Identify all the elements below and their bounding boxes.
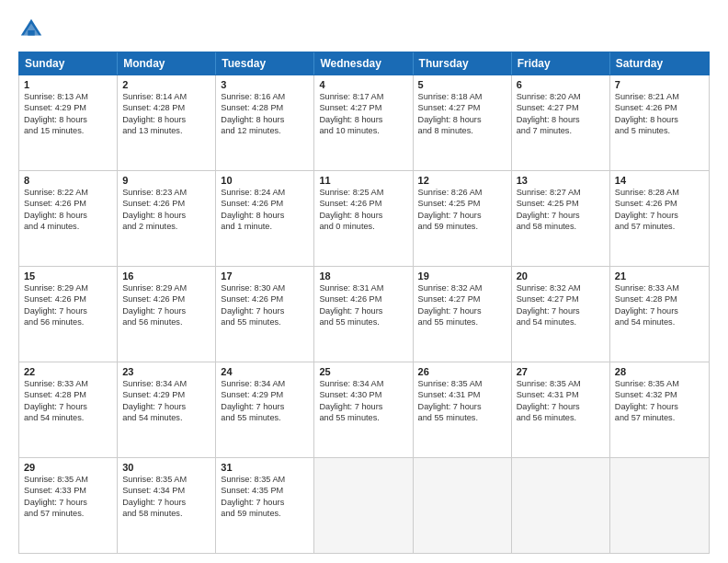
cal-cell: 10Sunrise: 8:24 AMSunset: 4:26 PMDayligh… xyxy=(216,171,314,266)
cell-info: Sunrise: 8:31 AMSunset: 4:26 PMDaylight:… xyxy=(319,282,407,328)
cell-info: Sunrise: 8:13 AMSunset: 4:29 PMDaylight:… xyxy=(24,91,112,137)
cell-info: Sunrise: 8:21 AMSunset: 4:26 PMDaylight:… xyxy=(615,91,704,137)
cal-cell: 14Sunrise: 8:28 AMSunset: 4:26 PMDayligh… xyxy=(610,171,709,266)
cell-info: Sunrise: 8:20 AMSunset: 4:27 PMDaylight:… xyxy=(517,91,605,137)
week-row-4: 22Sunrise: 8:33 AMSunset: 4:28 PMDayligh… xyxy=(19,362,709,458)
cal-cell xyxy=(512,458,610,553)
header-day-friday: Friday xyxy=(512,52,610,75)
cell-info: Sunrise: 8:34 AMSunset: 4:30 PMDaylight:… xyxy=(319,378,407,424)
cell-info: Sunrise: 8:23 AMSunset: 4:26 PMDaylight:… xyxy=(122,187,210,233)
cell-info: Sunrise: 8:14 AMSunset: 4:28 PMDaylight:… xyxy=(122,91,210,137)
cal-cell xyxy=(314,458,413,553)
cal-cell: 13Sunrise: 8:27 AMSunset: 4:25 PMDayligh… xyxy=(512,171,610,266)
cell-info: Sunrise: 8:32 AMSunset: 4:27 PMDaylight:… xyxy=(418,282,506,328)
logo xyxy=(18,17,48,42)
svg-rect-2 xyxy=(28,30,34,36)
day-number: 5 xyxy=(418,79,506,90)
cal-cell: 21Sunrise: 8:33 AMSunset: 4:28 PMDayligh… xyxy=(610,267,709,362)
cell-info: Sunrise: 8:33 AMSunset: 4:28 PMDaylight:… xyxy=(615,282,704,328)
day-number: 24 xyxy=(221,366,309,377)
cell-info: Sunrise: 8:33 AMSunset: 4:28 PMDaylight:… xyxy=(24,378,112,424)
cal-cell: 2Sunrise: 8:14 AMSunset: 4:28 PMDaylight… xyxy=(118,75,216,170)
week-row-1: 1Sunrise: 8:13 AMSunset: 4:29 PMDaylight… xyxy=(19,75,709,171)
cell-info: Sunrise: 8:27 AMSunset: 4:25 PMDaylight:… xyxy=(517,187,605,233)
page: SundayMondayTuesdayWednesdayThursdayFrid… xyxy=(0,0,728,563)
cal-cell: 12Sunrise: 8:26 AMSunset: 4:25 PMDayligh… xyxy=(414,171,512,266)
header-day-wednesday: Wednesday xyxy=(314,52,413,75)
calendar-body: 1Sunrise: 8:13 AMSunset: 4:29 PMDaylight… xyxy=(18,75,710,554)
cell-info: Sunrise: 8:25 AMSunset: 4:26 PMDaylight:… xyxy=(319,187,407,233)
cal-cell: 15Sunrise: 8:29 AMSunset: 4:26 PMDayligh… xyxy=(19,267,118,362)
calendar: SundayMondayTuesdayWednesdayThursdayFrid… xyxy=(18,52,710,554)
cal-cell: 18Sunrise: 8:31 AMSunset: 4:26 PMDayligh… xyxy=(314,267,413,362)
day-number: 10 xyxy=(221,175,309,186)
header xyxy=(18,17,710,42)
week-row-5: 29Sunrise: 8:35 AMSunset: 4:33 PMDayligh… xyxy=(19,458,709,553)
cal-cell: 26Sunrise: 8:35 AMSunset: 4:31 PMDayligh… xyxy=(414,362,512,457)
cell-info: Sunrise: 8:35 AMSunset: 4:31 PMDaylight:… xyxy=(517,378,605,424)
cal-cell xyxy=(414,458,512,553)
cal-cell: 17Sunrise: 8:30 AMSunset: 4:26 PMDayligh… xyxy=(216,267,314,362)
cell-info: Sunrise: 8:17 AMSunset: 4:27 PMDaylight:… xyxy=(319,91,407,137)
day-number: 30 xyxy=(122,462,210,473)
cell-info: Sunrise: 8:32 AMSunset: 4:27 PMDaylight:… xyxy=(517,282,605,328)
cell-info: Sunrise: 8:28 AMSunset: 4:26 PMDaylight:… xyxy=(615,187,704,233)
day-number: 21 xyxy=(615,270,704,282)
cell-info: Sunrise: 8:35 AMSunset: 4:35 PMDaylight:… xyxy=(221,474,309,520)
day-number: 29 xyxy=(24,462,112,473)
day-number: 15 xyxy=(24,270,112,282)
day-number: 19 xyxy=(418,270,506,282)
cal-cell xyxy=(610,458,709,553)
cal-cell: 20Sunrise: 8:32 AMSunset: 4:27 PMDayligh… xyxy=(512,267,610,362)
cal-cell: 27Sunrise: 8:35 AMSunset: 4:31 PMDayligh… xyxy=(512,362,610,457)
cal-cell: 25Sunrise: 8:34 AMSunset: 4:30 PMDayligh… xyxy=(314,362,413,457)
cal-cell: 29Sunrise: 8:35 AMSunset: 4:33 PMDayligh… xyxy=(19,458,118,553)
day-number: 6 xyxy=(517,79,605,90)
day-number: 25 xyxy=(319,366,407,377)
cal-cell: 31Sunrise: 8:35 AMSunset: 4:35 PMDayligh… xyxy=(216,458,314,553)
cal-cell: 7Sunrise: 8:21 AMSunset: 4:26 PMDaylight… xyxy=(610,75,709,170)
cell-info: Sunrise: 8:18 AMSunset: 4:27 PMDaylight:… xyxy=(418,91,506,137)
cal-cell: 22Sunrise: 8:33 AMSunset: 4:28 PMDayligh… xyxy=(19,362,118,457)
day-number: 22 xyxy=(24,366,112,377)
cal-cell: 6Sunrise: 8:20 AMSunset: 4:27 PMDaylight… xyxy=(512,75,610,170)
cell-info: Sunrise: 8:35 AMSunset: 4:32 PMDaylight:… xyxy=(615,378,704,424)
cal-cell: 19Sunrise: 8:32 AMSunset: 4:27 PMDayligh… xyxy=(414,267,512,362)
cell-info: Sunrise: 8:35 AMSunset: 4:33 PMDaylight:… xyxy=(24,474,112,520)
header-day-monday: Monday xyxy=(118,52,216,75)
calendar-header: SundayMondayTuesdayWednesdayThursdayFrid… xyxy=(18,52,710,75)
day-number: 31 xyxy=(221,462,309,473)
week-row-3: 15Sunrise: 8:29 AMSunset: 4:26 PMDayligh… xyxy=(19,267,709,362)
cal-cell: 3Sunrise: 8:16 AMSunset: 4:28 PMDaylight… xyxy=(216,75,314,170)
cell-info: Sunrise: 8:22 AMSunset: 4:26 PMDaylight:… xyxy=(24,187,112,233)
cal-cell: 16Sunrise: 8:29 AMSunset: 4:26 PMDayligh… xyxy=(118,267,216,362)
day-number: 18 xyxy=(319,270,407,282)
cal-cell: 9Sunrise: 8:23 AMSunset: 4:26 PMDaylight… xyxy=(118,171,216,266)
cell-info: Sunrise: 8:29 AMSunset: 4:26 PMDaylight:… xyxy=(24,282,112,328)
cal-cell: 24Sunrise: 8:34 AMSunset: 4:29 PMDayligh… xyxy=(216,362,314,457)
cal-cell: 1Sunrise: 8:13 AMSunset: 4:29 PMDaylight… xyxy=(19,75,118,170)
cell-info: Sunrise: 8:26 AMSunset: 4:25 PMDaylight:… xyxy=(418,187,506,233)
logo-icon xyxy=(18,17,44,42)
cal-cell: 28Sunrise: 8:35 AMSunset: 4:32 PMDayligh… xyxy=(610,362,709,457)
cal-cell: 5Sunrise: 8:18 AMSunset: 4:27 PMDaylight… xyxy=(414,75,512,170)
cell-info: Sunrise: 8:35 AMSunset: 4:34 PMDaylight:… xyxy=(122,474,210,520)
day-number: 26 xyxy=(418,366,506,377)
day-number: 9 xyxy=(122,175,210,186)
header-day-saturday: Saturday xyxy=(610,52,709,75)
day-number: 28 xyxy=(615,366,704,377)
day-number: 14 xyxy=(615,175,704,186)
day-number: 16 xyxy=(122,270,210,282)
day-number: 12 xyxy=(418,175,506,186)
day-number: 8 xyxy=(24,175,112,186)
cell-info: Sunrise: 8:34 AMSunset: 4:29 PMDaylight:… xyxy=(122,378,210,424)
cell-info: Sunrise: 8:35 AMSunset: 4:31 PMDaylight:… xyxy=(418,378,506,424)
cell-info: Sunrise: 8:16 AMSunset: 4:28 PMDaylight:… xyxy=(221,91,309,137)
day-number: 4 xyxy=(319,79,407,90)
day-number: 27 xyxy=(517,366,605,377)
header-day-sunday: Sunday xyxy=(19,52,118,75)
day-number: 17 xyxy=(221,270,309,282)
cal-cell: 4Sunrise: 8:17 AMSunset: 4:27 PMDaylight… xyxy=(314,75,413,170)
day-number: 11 xyxy=(319,175,407,186)
day-number: 20 xyxy=(517,270,605,282)
